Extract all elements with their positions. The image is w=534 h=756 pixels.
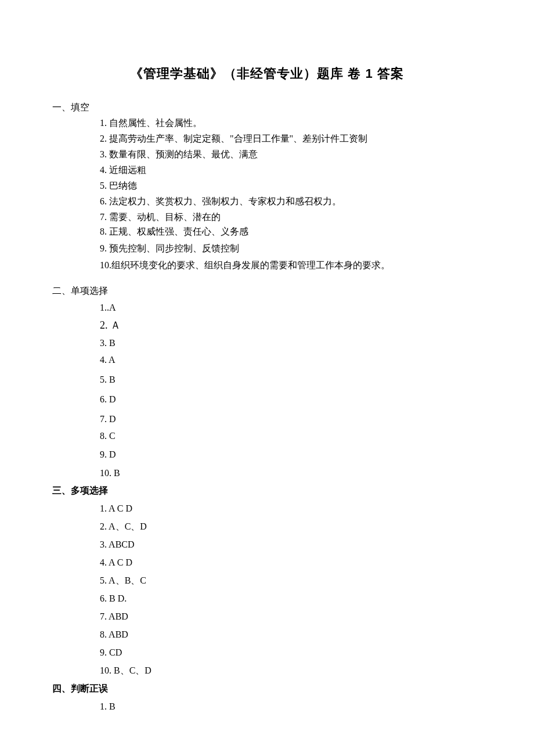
section-3-list: 1. A C D 2. A、C、D 3. ABCD 4. A C D 5. A、… [52,502,482,678]
list-item: 7. D [100,412,482,426]
list-item: 8. ABD [100,628,482,642]
section-1-list: 1. 自然属性、社会属性。 2. 提高劳动生产率、制定定额、"合理日工作量"、差… [52,116,482,272]
list-item: 6. 法定权力、奖赏权力、强制权力、专家权力和感召权力。 [100,195,482,208]
list-item: 1..A [100,301,482,315]
list-item: 8. C [100,429,482,443]
list-item: 9. 预先控制、同步控制、反馈控制 [100,242,482,255]
list-item: 10.组织环境变化的要求、组织自身发展的需要和管理工作本身的要求。 [100,258,482,272]
list-item: 2. Ａ [100,318,482,333]
list-item: 6. D [100,393,482,406]
list-item: 6. B D. [100,592,482,606]
list-item: 7. ABD [100,610,482,624]
section-3-heading: 三、多项选择 [52,484,482,498]
list-item: 10. B [100,466,482,480]
list-item: 5. 巴纳德 [100,179,482,193]
section-4-heading: 四、判断正误 [52,682,482,696]
list-item: 9. D [100,448,482,462]
section-4-list: 1. B [52,700,482,714]
list-item: 9. CD [100,646,482,660]
section-2-list: 1..A 2. Ａ 3. B 4. A 5. B 6. D 7. D 8. C … [52,301,482,480]
list-item: 3. ABCD [100,538,482,552]
list-item: 5. B [100,373,482,387]
list-item: 4. 近细远粗 [100,163,482,177]
list-item: 3. B [100,336,482,350]
list-item: 5. A、B、C [100,574,482,588]
page-title: 《管理学基础》（非经管专业）题库 卷 1 答案 [52,64,482,83]
section-1-heading: 一、填空 [52,100,482,114]
list-item: 4. A [100,353,482,367]
list-item: 8. 正规、权威性强、责任心、义务感 [100,225,482,239]
list-item: 10. B、C、D [100,664,482,678]
list-item: 1. B [100,700,482,714]
list-item: 2. 提高劳动生产率、制定定额、"合理日工作量"、差别计件工资制 [100,132,482,146]
list-item: 3. 数量有限、预测的结果、最优、满意 [100,147,482,161]
list-item: 1. 自然属性、社会属性。 [100,116,482,130]
section-2-heading: 二、单项选择 [52,284,482,298]
list-item: 1. A C D [100,502,482,516]
list-item: 2. A、C、D [100,520,482,534]
list-item: 4. A C D [100,556,482,570]
list-item: 7. 需要、动机、目标、潜在的 [100,210,482,224]
